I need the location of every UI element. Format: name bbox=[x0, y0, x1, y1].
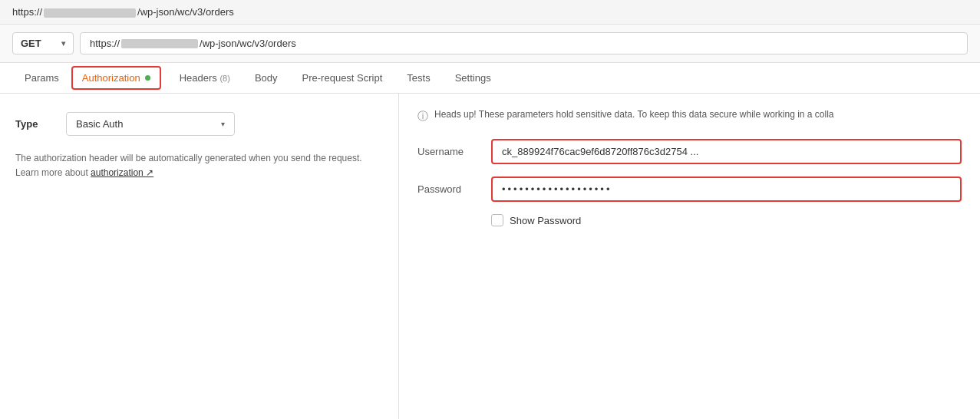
left-panel: Type Basic Auth ▾ The authorization head… bbox=[0, 94, 399, 419]
tab-authorization[interactable]: Authorization bbox=[71, 66, 161, 90]
warning-text: Heads up! These parameters hold sensitiv… bbox=[434, 109, 834, 120]
password-input[interactable] bbox=[491, 177, 962, 202]
show-password-row: Show Password bbox=[491, 214, 962, 226]
chevron-down-icon: ▾ bbox=[61, 39, 65, 48]
type-select[interactable]: Basic Auth ▾ bbox=[66, 112, 235, 136]
tab-tests[interactable]: Tests bbox=[394, 63, 442, 93]
type-value: Basic Auth bbox=[76, 118, 123, 130]
password-row: Password bbox=[417, 177, 962, 202]
info-icon: ⓘ bbox=[417, 110, 428, 124]
right-panel: ⓘ Heads up! These parameters hold sensit… bbox=[399, 94, 980, 419]
tab-pre-request-script[interactable]: Pre-request Script bbox=[290, 63, 395, 93]
warning-banner: ⓘ Heads up! These parameters hold sensit… bbox=[417, 109, 962, 124]
active-dot-icon bbox=[145, 75, 150, 81]
top-url-bar: https:///wp-json/wc/v3/orders bbox=[0, 0, 980, 25]
tabs-bar: Params Authorization Headers (8) Body Pr… bbox=[0, 63, 980, 94]
username-label: Username bbox=[417, 146, 479, 157]
type-row: Type Basic Auth ▾ bbox=[15, 112, 383, 136]
password-label: Password bbox=[417, 183, 479, 195]
tab-settings[interactable]: Settings bbox=[443, 63, 503, 93]
show-password-label: Show Password bbox=[510, 215, 581, 226]
show-password-checkbox[interactable] bbox=[491, 214, 503, 226]
tab-body[interactable]: Body bbox=[243, 63, 290, 93]
tab-params[interactable]: Params bbox=[12, 63, 71, 93]
username-row: Username bbox=[417, 139, 962, 164]
username-input[interactable] bbox=[491, 139, 962, 164]
chevron-down-icon: ▾ bbox=[221, 120, 225, 128]
method-label: GET bbox=[21, 38, 41, 49]
request-bar: GET ▾ https:///wp-json/wc/v3/orders bbox=[0, 25, 980, 63]
authorization-link[interactable]: authorization ↗ bbox=[91, 167, 153, 178]
top-url-text: https:///wp-json/wc/v3/orders bbox=[12, 6, 234, 18]
type-label: Type bbox=[15, 118, 54, 130]
auth-description: The authorization header will be automat… bbox=[15, 151, 383, 180]
tab-headers[interactable]: Headers (8) bbox=[167, 63, 243, 93]
url-input[interactable]: https:///wp-json/wc/v3/orders bbox=[80, 32, 968, 54]
content-area: Type Basic Auth ▾ The authorization head… bbox=[0, 94, 980, 419]
method-select[interactable]: GET ▾ bbox=[12, 32, 74, 54]
